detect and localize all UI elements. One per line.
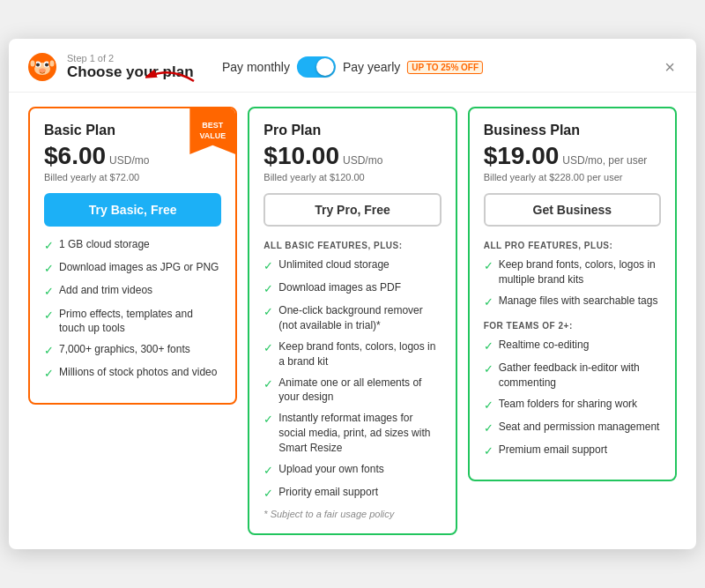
- list-item: ✓Premium email support: [484, 443, 661, 459]
- discount-badge: UP TO 25% OFF: [407, 61, 483, 74]
- check-icon: ✓: [484, 339, 494, 354]
- step-label: Step 1 of 2: [67, 53, 194, 63]
- business-price: $19.00: [484, 142, 560, 170]
- check-icon: ✓: [263, 412, 273, 428]
- list-item: ✓Team folders for sharing work: [484, 397, 661, 413]
- check-icon: ✓: [44, 343, 54, 359]
- pro-section-label: ALL BASIC FEATURES, PLUS:: [263, 241, 441, 250]
- business-section-label: ALL PRO FEATURES, PLUS:: [484, 241, 661, 250]
- list-item: ✓One-click background remover (not avail…: [263, 303, 441, 333]
- check-icon: ✓: [484, 398, 494, 413]
- plans-container: BEST VALUE Basic Plan $6.00 USD/mo Bille…: [9, 93, 696, 549]
- list-item: ✓Priority email support: [263, 485, 441, 502]
- basic-price-unit: USD/mo: [109, 154, 149, 167]
- pro-feature-list: ✓Unlimited cloud storage ✓Download image…: [263, 257, 441, 502]
- check-icon: ✓: [484, 258, 494, 274]
- business-feature-list: ✓Keep brand fonts, colors, logos in mult…: [484, 257, 661, 310]
- modal-header: Step 1 of 2 Choose your plan Pay monthly…: [9, 39, 696, 93]
- list-item: ✓Download images as PDF: [263, 280, 441, 297]
- check-icon: ✓: [263, 340, 273, 356]
- check-icon: ✓: [484, 421, 494, 436]
- pro-price-unit: USD/mo: [343, 154, 382, 167]
- check-icon: ✓: [44, 366, 54, 382]
- check-icon: ✓: [263, 304, 273, 320]
- list-item: ✓Millions of stock photos and video: [44, 365, 221, 382]
- monkey-logo-icon: [26, 51, 58, 83]
- business-plan-card: Business Plan $19.00 USD/mo, per user Bi…: [468, 107, 677, 481]
- pro-billed: Billed yearly at $120.00: [263, 172, 441, 182]
- check-icon: ✓: [263, 376, 273, 392]
- list-item: ✓7,000+ graphics, 300+ fonts: [44, 342, 221, 359]
- business-cta-button[interactable]: Get Business: [484, 193, 661, 227]
- svg-point-10: [50, 61, 55, 67]
- basic-cta-button[interactable]: Try Basic, Free: [44, 193, 221, 227]
- basic-price: $6.00: [44, 142, 106, 170]
- svg-point-5: [45, 63, 48, 67]
- close-button[interactable]: ×: [661, 55, 679, 79]
- pro-plan-name: Pro Plan: [263, 123, 441, 138]
- list-item: ✓Animate one or all elements of your des…: [263, 376, 441, 406]
- pay-monthly-label: Pay monthly: [222, 60, 290, 74]
- arrow-indicator-icon: [145, 65, 198, 88]
- billing-toggle-group: Pay monthly Pay yearly UP TO 25% OFF: [222, 56, 483, 78]
- fair-usage-note: * Subject to a fair usage policy: [263, 509, 441, 519]
- list-item: ✓Realtime co-editing: [484, 338, 661, 354]
- list-item: ✓Add and trim videos: [44, 283, 221, 300]
- svg-point-6: [39, 69, 46, 73]
- list-item: ✓Unlimited cloud storage: [263, 257, 441, 274]
- list-item: ✓1 GB cloud storage: [44, 237, 221, 254]
- pro-price-row: $10.00 USD/mo: [263, 142, 441, 170]
- business-feature2-list: ✓Realtime co-editing ✓Gather feedback in…: [484, 338, 661, 459]
- pro-cta-button[interactable]: Try Pro, Free: [263, 193, 441, 227]
- check-icon: ✓: [263, 258, 273, 274]
- list-item: ✓Seat and permission management: [484, 420, 661, 436]
- business-section2-label: FOR TEAMS OF 2+:: [484, 321, 661, 331]
- list-item: ✓Instantly reformat images for social me…: [263, 411, 441, 455]
- pro-price: $10.00: [263, 142, 339, 170]
- basic-plan-card: BEST VALUE Basic Plan $6.00 USD/mo Bille…: [28, 107, 237, 405]
- check-icon: ✓: [484, 361, 494, 377]
- list-item: ✓Gather feedback in-editor with commenti…: [484, 361, 661, 391]
- check-icon: ✓: [44, 238, 54, 254]
- check-icon: ✓: [263, 281, 273, 297]
- business-price-unit: USD/mo, per user: [562, 154, 647, 167]
- svg-point-4: [36, 63, 40, 67]
- check-icon: ✓: [44, 261, 54, 277]
- pricing-modal: Step 1 of 2 Choose your plan Pay monthly…: [9, 39, 696, 549]
- check-icon: ✓: [263, 463, 273, 479]
- list-item: ✓Download images as JPG or PNG: [44, 260, 221, 277]
- list-item: ✓Keep brand fonts, colors, logos in a br…: [263, 339, 441, 369]
- list-item: ✓Keep brand fonts, colors, logos in mult…: [484, 257, 661, 287]
- best-value-text: BEST VALUE: [195, 121, 230, 141]
- check-icon: ✓: [44, 284, 54, 300]
- business-price-row: $19.00 USD/mo, per user: [484, 142, 661, 170]
- check-icon: ✓: [484, 443, 494, 459]
- check-icon: ✓: [44, 308, 54, 324]
- list-item: ✓Manage files with searchable tags: [484, 294, 661, 310]
- business-plan-name: Business Plan: [484, 123, 661, 138]
- pro-plan-card: Pro Plan $10.00 USD/mo Billed yearly at …: [248, 107, 456, 535]
- check-icon: ✓: [263, 486, 273, 502]
- billing-toggle[interactable]: [297, 56, 336, 78]
- basic-billed: Billed yearly at $72.00: [44, 172, 221, 182]
- business-billed: Billed yearly at $228.00 per user: [484, 172, 661, 182]
- check-icon: ✓: [484, 294, 494, 310]
- pay-yearly-label: Pay yearly: [343, 60, 400, 74]
- basic-feature-list: ✓1 GB cloud storage ✓Download images as …: [44, 237, 221, 383]
- list-item: ✓Primo effects, templates and touch up t…: [44, 307, 221, 337]
- list-item: ✓Upload your own fonts: [263, 462, 441, 479]
- svg-point-8: [31, 61, 35, 67]
- toggle-knob: [316, 58, 334, 76]
